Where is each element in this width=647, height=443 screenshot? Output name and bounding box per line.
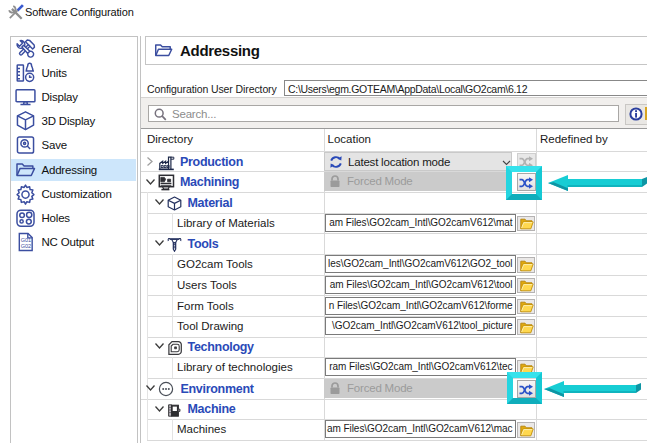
svg-text:G02: G02 [20,244,30,250]
